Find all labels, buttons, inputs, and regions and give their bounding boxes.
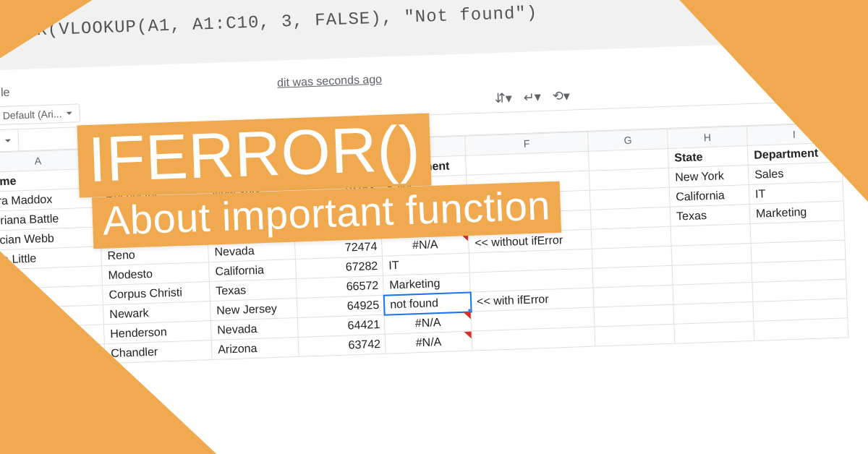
decor-triangle [0,0,146,75]
cell[interactable] [592,246,672,268]
cell[interactable] [673,301,754,324]
cell[interactable] [590,187,670,210]
name-box[interactable]: E8 [0,129,19,153]
cell[interactable] [672,262,752,285]
cell[interactable] [673,282,753,304]
cell[interactable] [594,304,674,327]
edit-status[interactable]: dit was seconds ago [277,73,383,90]
chevron-down-icon [66,112,72,118]
cell[interactable] [593,285,673,307]
cell[interactable]: not found [383,292,471,314]
rotate-icon[interactable]: ⟲▾ [553,88,571,105]
cell[interactable]: Arizona [211,337,299,359]
decor-triangle [0,244,224,454]
cell[interactable]: 66572 [296,275,383,298]
cell[interactable] [671,223,751,246]
menu-file[interactable]: File [0,86,10,100]
font-select[interactable]: Default (Ari... [0,103,80,125]
cell[interactable] [588,148,668,171]
cell[interactable]: IT [382,253,469,275]
cell[interactable]: 64421 [297,314,385,337]
cell[interactable]: 67282 [295,256,383,278]
cell[interactable]: #N/A [385,331,472,354]
col-header[interactable]: G [588,129,668,151]
cell[interactable] [472,327,595,351]
cell[interactable] [589,168,669,190]
cell[interactable] [674,321,754,343]
wrap-icon[interactable]: ↵▾ [524,89,542,106]
cell[interactable]: 63742 [298,334,386,356]
cell[interactable] [590,207,671,229]
cell[interactable]: 64925 [297,295,384,317]
cell[interactable]: Marketing [383,273,470,295]
decor-triangle [673,0,868,210]
cell[interactable] [591,226,671,249]
cell[interactable] [595,324,675,346]
title-banner: IFERROR() [77,113,431,198]
font-name: Default (Ari... [2,108,61,121]
cell[interactable] [754,318,848,341]
valign-icon[interactable]: ⇵▾ [495,90,513,106]
cell[interactable]: #N/A [384,312,472,334]
chevron-down-icon [5,139,11,145]
cell[interactable] [592,265,673,288]
cell[interactable] [671,243,752,265]
